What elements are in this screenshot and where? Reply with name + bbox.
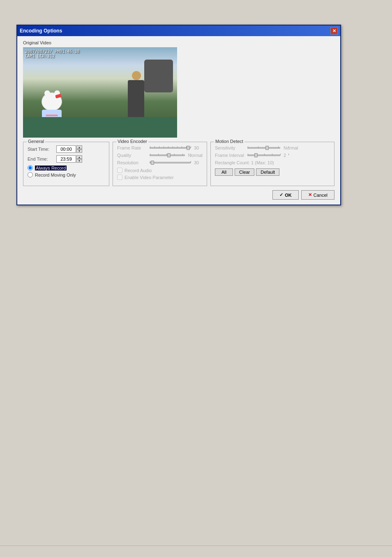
always-record-row: Always Record [28,165,105,170]
quality-label: Quality [117,153,148,158]
video-preview: 2007/08/23/ PM01:46:38 CAM1 LCR:312 [23,47,177,138]
resolution-ticks [150,161,191,163]
end-time-down[interactable]: ▼ [76,159,82,163]
title-bar: Encoding Options ✕ [17,25,340,36]
hk-head [42,92,62,111]
ok-label: OK [285,193,292,198]
end-time-input[interactable] [56,155,76,163]
end-time-input-wrap: ▲ ▼ [56,155,82,163]
record-moving-radio[interactable] [28,172,33,177]
end-time-label: End Time: [28,157,56,161]
resolution-thumb[interactable] [151,161,154,165]
quality-ticks [150,154,191,155]
frame-rate-label: Frame Rate [117,145,148,150]
start-time-spinner: ▲ ▼ [76,145,82,153]
clear-button[interactable]: Clear [235,168,254,176]
groups-row: General Start Time: ▲ ▼ End Time: [23,142,334,186]
video-timestamp: 2007/08/23/ PM01:46:38 [25,49,79,54]
general-group: General Start Time: ▲ ▼ End Time: [23,142,109,186]
end-time-row: End Time: ▲ ▼ [28,155,105,163]
frame-interval-thumb[interactable] [254,153,258,157]
sensitivity-label: Sensitivity [215,145,246,150]
video-cam-info: CAM1 LCR:312 [25,54,79,58]
frame-rate-ticks [150,146,191,148]
video-encoder-group: Video Encoder Frame Rate 30 [113,142,207,186]
start-time-down[interactable]: ▼ [76,149,82,153]
record-audio-row: Record Audio [117,168,203,173]
record-audio-label: Record Audio [125,168,152,173]
resolution-label: Resolution [117,160,148,165]
sensitivity-track[interactable] [247,147,280,149]
equipment-block [144,60,173,92]
ok-icon: ✓ [279,192,283,198]
default-button[interactable]: Default [256,168,279,176]
person-silhouette [128,80,144,117]
hk-ear-left [44,90,50,96]
motion-detect-group: Motion Detect Sensitivity Normal Frame I… [210,142,334,186]
enable-video-row: Enable Video Parameter [117,175,203,180]
dialog-footer: ✓ OK ✕ Cancel [23,190,334,200]
frame-rate-thumb[interactable] [187,146,190,150]
cancel-icon: ✕ [308,192,312,198]
resolution-row: Resolution 30 [117,160,203,165]
person-head [132,71,141,80]
start-time-up[interactable]: ▲ [76,145,82,149]
end-time-up[interactable]: ▲ [76,155,82,159]
frame-interval-label: Frame Interval [215,153,246,158]
end-time-spinner: ▲ ▼ [76,155,82,163]
video-scene [23,47,177,138]
enable-video-checkbox[interactable] [117,175,122,180]
video-encoder-title: Video Encoder [116,139,148,144]
general-group-title: General [27,139,45,144]
start-time-input-wrap: ▲ ▼ [56,145,82,153]
record-moving-row: Record Moving Only [28,172,105,177]
taskbar [0,545,392,557]
hk-stripe [46,115,58,116]
original-video-label: Original Video [23,40,334,45]
cancel-label: Cancel [314,193,327,198]
motion-detect-title: Motion Detect [214,139,244,144]
resolution-track[interactable] [150,162,191,163]
all-button[interactable]: All [215,168,233,176]
record-moving-label[interactable]: Record Moving Only [35,173,76,177]
rectangle-count-label: Rectangle Count: 1 (Max: 10) [215,160,330,165]
video-floor [23,117,177,138]
encoding-options-dialog: Encoding Options ✕ Original Video [16,25,341,205]
close-button[interactable]: ✕ [330,27,338,35]
quality-thumb[interactable] [167,153,171,157]
start-time-label: Start Time: [28,147,56,152]
dialog-body: Original Video [17,36,340,205]
enable-video-label: Enable Video Parameter [125,175,174,180]
quality-track[interactable] [150,154,185,156]
sensitivity-thumb[interactable] [265,146,269,150]
sensitivity-row: Sensitivity Normal [215,145,330,150]
frame-rate-row: Frame Rate 30 [117,145,203,150]
frame-interval-row: Frame Interval 2 [215,153,330,158]
frame-rate-track[interactable] [150,147,191,149]
record-audio-checkbox[interactable] [117,168,122,173]
always-record-radio[interactable] [28,165,33,170]
cancel-button[interactable]: ✕ Cancel [301,190,334,200]
frame-rate-value: 30 [194,145,199,150]
always-record-label[interactable]: Always Record [35,166,67,170]
frame-interval-track[interactable] [247,154,280,156]
start-time-row: Start Time: ▲ ▼ [28,145,105,153]
start-time-input[interactable] [56,145,76,153]
video-overlay: 2007/08/23/ PM01:46:38 CAM1 LCR:312 [25,49,79,58]
motion-buttons-row: All Clear Default [215,168,330,176]
dialog-title: Encoding Options [20,28,62,34]
ok-button[interactable]: ✓ OK [272,190,299,200]
resolution-value: 30 [194,160,199,165]
quality-row: Quality Normal [117,153,203,158]
